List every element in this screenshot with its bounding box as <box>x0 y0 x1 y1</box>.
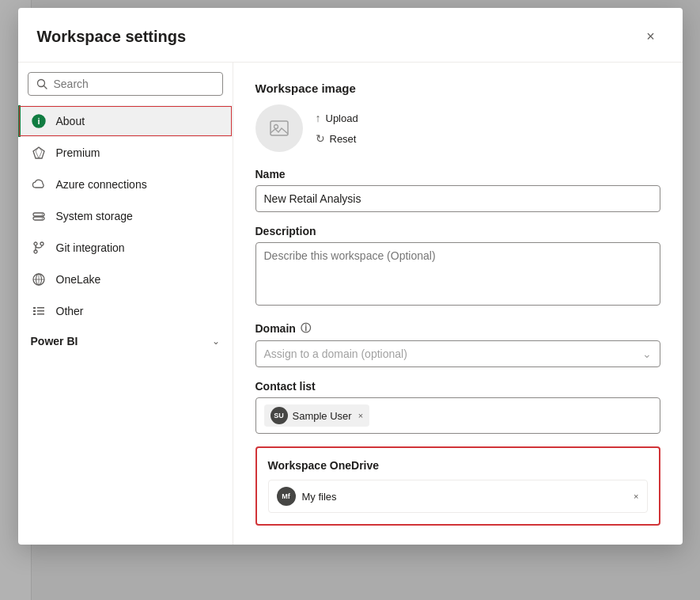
sidebar-item-other[interactable]: Other <box>18 295 233 327</box>
reset-icon: ↻ <box>316 132 325 145</box>
contact-tag-label: Sample User <box>293 410 352 422</box>
sidebar-item-premium-label: Premium <box>56 146 100 159</box>
cloud-icon <box>31 177 47 192</box>
svg-rect-16 <box>37 307 44 309</box>
svg-rect-19 <box>33 313 36 315</box>
name-input[interactable] <box>255 185 660 212</box>
domain-label: Domain ⓘ <box>255 321 660 336</box>
upload-label: Upload <box>326 112 358 124</box>
storage-icon <box>31 208 47 224</box>
workspace-image-placeholder <box>255 104 303 152</box>
dialog-title: Workspace settings <box>37 28 187 46</box>
domain-info-icon: ⓘ <box>301 321 311 336</box>
search-input[interactable] <box>54 78 214 90</box>
description-input[interactable] <box>255 242 660 306</box>
myfiles-remove-button[interactable]: × <box>634 492 638 501</box>
contact-list-label: Contact list <box>255 380 660 393</box>
upload-button[interactable]: ↑ Upload <box>316 110 358 126</box>
close-button[interactable]: × <box>638 24 664 49</box>
svg-rect-21 <box>271 121 288 135</box>
sidebar-item-azure-label: Azure connections <box>56 178 147 191</box>
description-label: Description <box>255 225 660 237</box>
domain-placeholder: Assign to a domain (optional) <box>264 347 407 360</box>
svg-rect-15 <box>33 307 36 309</box>
right-content: Workspace image <box>233 63 683 545</box>
workspace-settings-dialog: Workspace settings × <box>18 8 683 545</box>
image-actions: ↑ Upload ↻ Reset <box>316 110 358 146</box>
dialog-body: i About Premium <box>18 63 683 545</box>
backdrop: Workspace settings × <box>0 0 700 600</box>
sidebar-item-system-storage[interactable]: System storage <box>18 200 233 232</box>
contact-tag-avatar: SU <box>271 407 288 424</box>
image-icon <box>268 117 290 139</box>
search-icon <box>36 78 47 89</box>
svg-rect-18 <box>37 310 44 312</box>
sidebar-item-onelake-label: OneLake <box>56 273 101 286</box>
svg-line-1 <box>44 86 47 89</box>
list-icon <box>31 303 47 319</box>
info-icon: i <box>31 113 47 129</box>
git-icon <box>31 240 47 256</box>
svg-point-9 <box>41 218 43 219</box>
workspace-image-label: Workspace image <box>255 82 660 95</box>
svg-point-10 <box>34 242 37 245</box>
svg-point-8 <box>41 214 43 215</box>
diamond-icon <box>31 145 47 161</box>
modal-overlay: Workspace settings × <box>0 0 700 600</box>
sidebar-item-azure-connections[interactable]: Azure connections <box>18 169 233 200</box>
onedrive-box[interactable]: Mf My files × <box>268 480 648 513</box>
sidebar-item-about[interactable]: i About <box>18 105 233 137</box>
sidebar-item-about-label: About <box>56 115 85 127</box>
onedrive-section: Workspace OneDrive Mf My files × <box>255 446 660 526</box>
upload-icon: ↑ <box>316 112 321 124</box>
sidebar-item-premium[interactable]: Premium <box>18 137 233 169</box>
onelake-icon <box>31 272 47 287</box>
svg-rect-17 <box>33 310 36 312</box>
svg-rect-20 <box>37 313 44 315</box>
sidebar-item-onelake[interactable]: OneLake <box>18 264 233 295</box>
contact-tag-remove-button[interactable]: × <box>358 411 363 420</box>
search-box[interactable] <box>28 72 223 96</box>
myfiles-label: My files <box>302 491 628 503</box>
domain-select[interactable]: Assign to a domain (optional) ⌄ <box>255 340 660 367</box>
contact-list-box[interactable]: SU Sample User × <box>255 397 660 434</box>
contact-tag: SU Sample User × <box>264 404 370 427</box>
sidebar-item-git-integration[interactable]: Git integration <box>18 232 233 264</box>
domain-chevron-icon: ⌄ <box>642 347 652 360</box>
chevron-down-icon: ⌄ <box>212 336 220 347</box>
svg-text:i: i <box>37 116 40 126</box>
sidebar-item-storage-label: System storage <box>56 210 133 222</box>
sidebar-item-git-label: Git integration <box>56 241 125 254</box>
svg-point-22 <box>274 125 278 129</box>
svg-point-11 <box>40 242 44 245</box>
section-power-bi[interactable]: Power BI ⌄ <box>18 327 233 355</box>
left-nav: i About Premium <box>18 63 233 545</box>
svg-point-12 <box>34 250 37 253</box>
sidebar-item-other-label: Other <box>56 305 84 317</box>
section-power-bi-label: Power BI <box>31 335 78 347</box>
onedrive-section-label: Workspace OneDrive <box>268 459 648 472</box>
reset-label: Reset <box>330 133 357 145</box>
image-section: ↑ Upload ↻ Reset <box>255 104 660 152</box>
reset-button[interactable]: ↻ Reset <box>316 131 358 146</box>
svg-marker-4 <box>33 147 44 158</box>
myfiles-avatar: Mf <box>277 487 296 506</box>
dialog-header: Workspace settings × <box>18 8 683 63</box>
name-label: Name <box>255 168 660 180</box>
